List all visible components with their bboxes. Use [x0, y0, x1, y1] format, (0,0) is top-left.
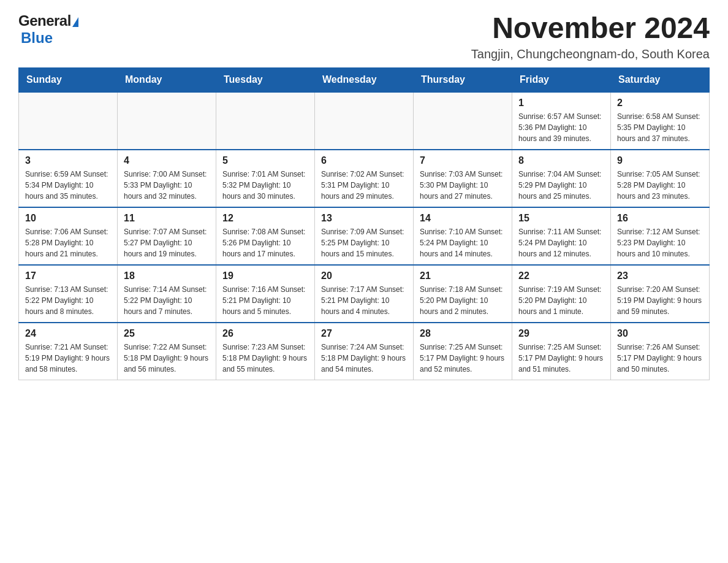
- day-info: Sunrise: 7:26 AM Sunset: 5:17 PM Dayligh…: [617, 342, 703, 375]
- day-info: Sunrise: 7:17 AM Sunset: 5:21 PM Dayligh…: [321, 284, 407, 317]
- day-number: 6: [321, 155, 407, 166]
- day-info: Sunrise: 7:22 AM Sunset: 5:18 PM Dayligh…: [124, 342, 210, 375]
- day-info: Sunrise: 7:00 AM Sunset: 5:33 PM Dayligh…: [124, 169, 210, 202]
- day-info: Sunrise: 7:23 AM Sunset: 5:18 PM Dayligh…: [222, 342, 308, 375]
- day-number: 17: [25, 270, 111, 282]
- day-info: Sunrise: 7:02 AM Sunset: 5:31 PM Dayligh…: [321, 169, 407, 202]
- day-info: Sunrise: 7:07 AM Sunset: 5:27 PM Dayligh…: [124, 226, 210, 259]
- day-info: Sunrise: 7:25 AM Sunset: 5:17 PM Dayligh…: [518, 342, 604, 375]
- day-number: 26: [222, 328, 308, 339]
- day-number: 4: [124, 155, 210, 166]
- day-number: 16: [617, 213, 703, 224]
- week-row-3: 10Sunrise: 7:06 AM Sunset: 5:28 PM Dayli…: [19, 207, 710, 265]
- calendar-cell: 11Sunrise: 7:07 AM Sunset: 5:27 PM Dayli…: [118, 207, 216, 265]
- calendar-cell: 12Sunrise: 7:08 AM Sunset: 5:26 PM Dayli…: [216, 207, 315, 265]
- day-info: Sunrise: 7:18 AM Sunset: 5:20 PM Dayligh…: [420, 284, 506, 317]
- day-number: 2: [617, 98, 703, 109]
- day-number: 25: [124, 328, 210, 339]
- day-number: 23: [617, 270, 703, 282]
- day-number: 8: [518, 155, 604, 166]
- header-sunday: Sunday: [19, 67, 118, 92]
- calendar-title: November 2024: [471, 12, 710, 45]
- day-info: Sunrise: 7:06 AM Sunset: 5:28 PM Dayligh…: [25, 226, 111, 259]
- calendar-cell: [118, 92, 216, 150]
- day-info: Sunrise: 7:09 AM Sunset: 5:25 PM Dayligh…: [321, 226, 407, 259]
- day-info: Sunrise: 7:16 AM Sunset: 5:21 PM Dayligh…: [222, 284, 308, 317]
- day-number: 1: [518, 98, 604, 109]
- day-info: Sunrise: 7:13 AM Sunset: 5:22 PM Dayligh…: [25, 284, 111, 317]
- calendar-cell: 19Sunrise: 7:16 AM Sunset: 5:21 PM Dayli…: [216, 265, 315, 323]
- day-number: 21: [420, 270, 506, 282]
- calendar-cell: [19, 92, 118, 150]
- day-info: Sunrise: 7:19 AM Sunset: 5:20 PM Dayligh…: [518, 284, 604, 317]
- day-number: 27: [321, 328, 407, 339]
- calendar-cell: [216, 92, 315, 150]
- calendar-cell: 21Sunrise: 7:18 AM Sunset: 5:20 PM Dayli…: [414, 265, 512, 323]
- day-info: Sunrise: 7:03 AM Sunset: 5:30 PM Dayligh…: [420, 169, 506, 202]
- calendar-cell: 23Sunrise: 7:20 AM Sunset: 5:19 PM Dayli…: [611, 265, 710, 323]
- calendar-cell: 5Sunrise: 7:01 AM Sunset: 5:32 PM Daylig…: [216, 150, 315, 207]
- header-friday: Friday: [512, 67, 611, 92]
- calendar-cell: 3Sunrise: 6:59 AM Sunset: 5:34 PM Daylig…: [19, 150, 118, 207]
- day-info: Sunrise: 7:25 AM Sunset: 5:17 PM Dayligh…: [420, 342, 506, 375]
- day-number: 3: [25, 155, 111, 166]
- calendar-cell: [315, 92, 414, 150]
- calendar-cell: 13Sunrise: 7:09 AM Sunset: 5:25 PM Dayli…: [315, 207, 414, 265]
- calendar-cell: 7Sunrise: 7:03 AM Sunset: 5:30 PM Daylig…: [414, 150, 512, 207]
- calendar-cell: 10Sunrise: 7:06 AM Sunset: 5:28 PM Dayli…: [19, 207, 118, 265]
- day-info: Sunrise: 7:05 AM Sunset: 5:28 PM Dayligh…: [617, 169, 703, 202]
- calendar-cell: 16Sunrise: 7:12 AM Sunset: 5:23 PM Dayli…: [611, 207, 710, 265]
- day-number: 10: [25, 213, 111, 224]
- day-number: 28: [420, 328, 506, 339]
- calendar-cell: 29Sunrise: 7:25 AM Sunset: 5:17 PM Dayli…: [512, 323, 611, 380]
- logo-triangle-icon: [72, 17, 78, 27]
- logo-blue-text: Blue: [21, 29, 53, 47]
- calendar-cell: 17Sunrise: 7:13 AM Sunset: 5:22 PM Dayli…: [19, 265, 118, 323]
- day-number: 13: [321, 213, 407, 224]
- calendar-cell: 2Sunrise: 6:58 AM Sunset: 5:35 PM Daylig…: [611, 92, 710, 150]
- week-row-5: 24Sunrise: 7:21 AM Sunset: 5:19 PM Dayli…: [19, 323, 710, 380]
- day-info: Sunrise: 6:58 AM Sunset: 5:35 PM Dayligh…: [617, 111, 703, 144]
- calendar-cell: 9Sunrise: 7:05 AM Sunset: 5:28 PM Daylig…: [611, 150, 710, 207]
- calendar-cell: 22Sunrise: 7:19 AM Sunset: 5:20 PM Dayli…: [512, 265, 611, 323]
- day-info: Sunrise: 7:24 AM Sunset: 5:18 PM Dayligh…: [321, 342, 407, 375]
- header-saturday: Saturday: [611, 67, 710, 92]
- day-info: Sunrise: 7:08 AM Sunset: 5:26 PM Dayligh…: [222, 226, 308, 259]
- header-wednesday: Wednesday: [315, 67, 414, 92]
- day-info: Sunrise: 7:04 AM Sunset: 5:29 PM Dayligh…: [518, 169, 604, 202]
- calendar-cell: 27Sunrise: 7:24 AM Sunset: 5:18 PM Dayli…: [315, 323, 414, 380]
- week-row-1: 1Sunrise: 6:57 AM Sunset: 5:36 PM Daylig…: [19, 92, 710, 150]
- day-number: 9: [617, 155, 703, 166]
- calendar-cell: 15Sunrise: 7:11 AM Sunset: 5:24 PM Dayli…: [512, 207, 611, 265]
- title-block: November 2024 Tangjin, Chungcheongnam-do…: [471, 12, 710, 61]
- day-number: 18: [124, 270, 210, 282]
- day-info: Sunrise: 7:11 AM Sunset: 5:24 PM Dayligh…: [518, 226, 604, 259]
- calendar-cell: 25Sunrise: 7:22 AM Sunset: 5:18 PM Dayli…: [118, 323, 216, 380]
- day-number: 12: [222, 213, 308, 224]
- day-number: 29: [518, 328, 604, 339]
- logo-general-text: General: [18, 12, 71, 29]
- day-number: 22: [518, 270, 604, 282]
- day-number: 24: [25, 328, 111, 339]
- calendar-cell: 26Sunrise: 7:23 AM Sunset: 5:18 PM Dayli…: [216, 323, 315, 380]
- logo: General Blue: [18, 12, 78, 47]
- week-row-4: 17Sunrise: 7:13 AM Sunset: 5:22 PM Dayli…: [19, 265, 710, 323]
- calendar-cell: 20Sunrise: 7:17 AM Sunset: 5:21 PM Dayli…: [315, 265, 414, 323]
- day-info: Sunrise: 7:20 AM Sunset: 5:19 PM Dayligh…: [617, 284, 703, 317]
- calendar-cell: 6Sunrise: 7:02 AM Sunset: 5:31 PM Daylig…: [315, 150, 414, 207]
- calendar-cell: [414, 92, 512, 150]
- day-info: Sunrise: 7:21 AM Sunset: 5:19 PM Dayligh…: [25, 342, 111, 375]
- calendar-cell: 18Sunrise: 7:14 AM Sunset: 5:22 PM Dayli…: [118, 265, 216, 323]
- day-info: Sunrise: 7:14 AM Sunset: 5:22 PM Dayligh…: [124, 284, 210, 317]
- calendar-cell: 8Sunrise: 7:04 AM Sunset: 5:29 PM Daylig…: [512, 150, 611, 207]
- day-number: 30: [617, 328, 703, 339]
- calendar-cell: 14Sunrise: 7:10 AM Sunset: 5:24 PM Dayli…: [414, 207, 512, 265]
- day-number: 15: [518, 213, 604, 224]
- day-number: 11: [124, 213, 210, 224]
- week-row-2: 3Sunrise: 6:59 AM Sunset: 5:34 PM Daylig…: [19, 150, 710, 207]
- calendar-cell: 30Sunrise: 7:26 AM Sunset: 5:17 PM Dayli…: [611, 323, 710, 380]
- day-info: Sunrise: 6:57 AM Sunset: 5:36 PM Dayligh…: [518, 111, 604, 144]
- day-number: 14: [420, 213, 506, 224]
- day-info: Sunrise: 7:12 AM Sunset: 5:23 PM Dayligh…: [617, 226, 703, 259]
- day-info: Sunrise: 6:59 AM Sunset: 5:34 PM Dayligh…: [25, 169, 111, 202]
